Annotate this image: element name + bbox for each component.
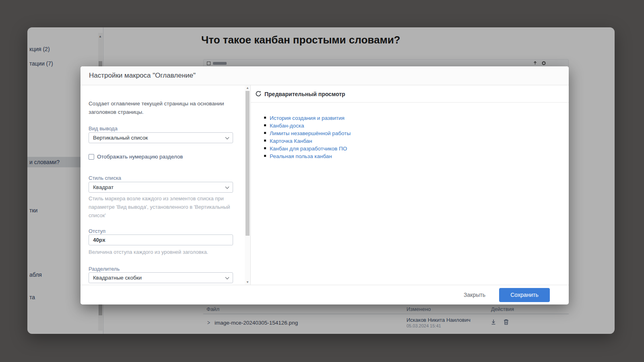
scrollbar-thumb[interactable]	[246, 91, 250, 236]
square-bullet	[264, 117, 266, 119]
toc-item: Канбан-доска	[264, 122, 351, 130]
indent-help: Величина отступа каждого из уровней заго…	[89, 248, 236, 257]
toc-preview-list: История создания и развития Канбан-доска…	[264, 114, 351, 160]
close-button[interactable]: Закрыть	[464, 292, 485, 298]
dialog-header: Настройки макроса "Оглавление"	[80, 66, 569, 85]
indent-label: Отступ	[89, 228, 105, 234]
toc-item: Канбан для разработчиков ПО	[264, 145, 351, 152]
toc-item: Лимиты незавершённой работы	[264, 130, 351, 137]
square-bullet	[264, 132, 266, 134]
dialog-footer: Закрыть Сохранить	[80, 285, 569, 304]
toc-link[interactable]: Реальная польза канбан	[270, 153, 332, 159]
square-bullet	[264, 155, 266, 157]
macro-settings-dialog: Настройки макроса "Оглавление" Создает о…	[80, 66, 569, 304]
toc-link[interactable]: Лимиты незавершённой работы	[270, 130, 351, 136]
scrollbar-up-icon[interactable]: ▲	[246, 86, 249, 90]
indent-input[interactable]	[89, 234, 233, 245]
macro-parameters-panel: Создает оглавление текущей страницы на о…	[80, 85, 245, 285]
square-bullet	[264, 147, 266, 149]
output-type-label: Вид вывода	[89, 125, 118, 132]
chevron-down-icon	[225, 185, 229, 189]
separator-select[interactable]: Квадратные скобки	[89, 272, 233, 283]
section-numbering-option[interactable]: Отображать нумерацию разделов	[89, 154, 183, 160]
refresh-icon[interactable]	[255, 90, 262, 97]
chevron-down-icon	[225, 276, 229, 280]
output-type-select[interactable]: Вертикальный список	[89, 132, 233, 143]
macro-description: Создает оглавление текущей страницы на о…	[89, 100, 238, 117]
toc-link[interactable]: Канбан для разработчиков ПО	[270, 146, 347, 152]
preview-panel: Предварительный просмотр История создани…	[250, 85, 569, 285]
scrollbar-down-icon[interactable]: ▼	[246, 280, 249, 284]
dialog-title: Настройки макроса "Оглавление"	[89, 72, 196, 80]
square-bullet	[264, 124, 266, 126]
list-style-label: Стиль списка	[89, 175, 121, 181]
form-scrollbar[interactable]: ▲ ▼	[245, 85, 250, 285]
toc-item: Карточка Канбан	[264, 137, 351, 145]
numbering-checkbox[interactable]	[89, 154, 94, 160]
toc-link[interactable]: История создания и развития	[270, 115, 345, 121]
numbering-checkbox-label: Отображать нумерацию разделов	[97, 154, 183, 160]
desktop-background: кция (2) тации (7) и словами? тки абля т…	[0, 0, 644, 362]
chevron-down-icon	[225, 136, 229, 140]
toc-link[interactable]: Карточка Канбан	[270, 138, 312, 144]
toc-item: История создания и развития	[264, 114, 351, 122]
square-bullet	[264, 140, 266, 142]
separator-label: Разделитель	[89, 266, 120, 272]
preview-header: Предварительный просмотр	[251, 85, 569, 103]
list-style-select[interactable]: Квадрат	[89, 182, 233, 193]
list-style-help: Стиль маркера возле каждого из элементов…	[89, 195, 236, 220]
toc-item: Реальная польза канбан	[264, 152, 351, 160]
save-button[interactable]: Сохранить	[499, 288, 550, 302]
toc-link[interactable]: Канбан-доска	[270, 123, 304, 129]
preview-title: Предварительный просмотр	[264, 91, 345, 97]
